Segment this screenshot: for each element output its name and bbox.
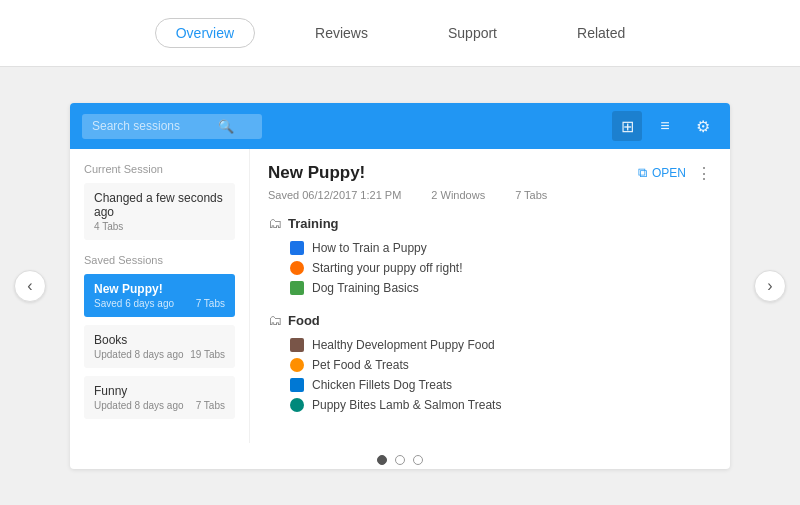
nav-item-reviews[interactable]: Reviews [295,19,388,47]
saved-session-meta-1: Updated 8 days ago 19 Tabs [94,349,225,360]
settings-button[interactable]: ⚙ [688,111,718,141]
tab-favicon [290,338,304,352]
dot-1[interactable] [377,455,387,465]
sidebar: Current Session Changed a few seconds ag… [70,149,250,443]
content-meta: Saved 06/12/2017 1:21 PM 2 Windows 7 Tab… [268,189,712,201]
tab-item[interactable]: Healthy Development Puppy Food [268,335,712,355]
tab-item[interactable]: Starting your puppy off right! [268,258,712,278]
tab-favicon [290,358,304,372]
search-icon: 🔍 [218,119,234,134]
tab-item[interactable]: Dog Training Basics [268,278,712,298]
content-tabs-count: 7 Tabs [515,189,547,201]
dot-2[interactable] [395,455,405,465]
saved-session-title-0: New Puppy! [94,282,225,296]
content-saved-date: Saved 06/12/2017 1:21 PM [268,189,401,201]
folder-icon: 🗂 [268,312,282,328]
chevron-right-icon: › [767,277,772,295]
current-session-meta: 4 Tabs [94,221,225,232]
tab-title: How to Train a Puppy [312,241,427,255]
category-name: Training [288,216,339,231]
nav-item-overview[interactable]: Overview [155,18,255,48]
tab-favicon [290,261,304,275]
tab-title: Healthy Development Puppy Food [312,338,495,352]
saved-session-title-1: Books [94,333,225,347]
open-window-icon: ⧉ [638,165,647,181]
search-box[interactable]: 🔍 [82,114,262,139]
chevron-left-icon: ‹ [27,277,32,295]
saved-session-meta-2: Updated 8 days ago 7 Tabs [94,400,225,411]
content-windows: 2 Windows [431,189,485,201]
tab-favicon [290,398,304,412]
search-input[interactable] [92,119,212,133]
list-icon: ≡ [660,117,669,135]
saved-session-item-0[interactable]: New Puppy! Saved 6 days ago 7 Tabs [84,274,235,317]
tab-title: Starting your puppy off right! [312,261,463,275]
gear-icon: ⚙ [696,117,710,136]
next-arrow-button[interactable]: › [754,270,786,302]
grid-icon: ⊞ [621,117,634,136]
main-area: ‹ 🔍 ⊞ ≡ ⚙ Current Session [0,67,800,505]
category-training: 🗂TrainingHow to Train a PuppyStarting yo… [268,215,712,298]
tab-favicon [290,281,304,295]
content-title: New Puppy! [268,163,365,183]
card-body: Current Session Changed a few seconds ag… [70,149,730,443]
card-header: 🔍 ⊞ ≡ ⚙ [70,103,730,149]
open-button[interactable]: ⧉ OPEN [638,165,686,181]
category-food: 🗂FoodHealthy Development Puppy FoodPet F… [268,312,712,415]
tab-item[interactable]: Chicken Fillets Dog Treats [268,375,712,395]
tab-title: Chicken Fillets Dog Treats [312,378,452,392]
list-view-button[interactable]: ≡ [650,111,680,141]
more-options-button[interactable]: ⋮ [696,164,712,183]
saved-session-title-2: Funny [94,384,225,398]
top-navigation: Overview Reviews Support Related [0,0,800,67]
prev-arrow-button[interactable]: ‹ [14,270,46,302]
tab-item[interactable]: How to Train a Puppy [268,238,712,258]
tab-item[interactable]: Pet Food & Treats [268,355,712,375]
saved-session-item-2[interactable]: Funny Updated 8 days ago 7 Tabs [84,376,235,419]
current-session-item[interactable]: Changed a few seconds ago 4 Tabs [84,183,235,240]
tab-favicon [290,241,304,255]
pagination-dots [70,443,730,469]
dot-3[interactable] [413,455,423,465]
grid-view-button[interactable]: ⊞ [612,111,642,141]
tab-title: Dog Training Basics [312,281,419,295]
open-btn-area: ⧉ OPEN ⋮ [638,164,712,183]
tab-favicon [290,378,304,392]
content-header: New Puppy! ⧉ OPEN ⋮ [268,163,712,183]
sessions-card: 🔍 ⊞ ≡ ⚙ Current Session Changed a few se… [70,103,730,469]
saved-sessions-label: Saved Sessions [84,254,235,266]
folder-icon: 🗂 [268,215,282,231]
nav-item-support[interactable]: Support [428,19,517,47]
category-header: 🗂Food [268,312,712,328]
current-session-label: Current Session [84,163,235,175]
tab-item[interactable]: Puppy Bites Lamb & Salmon Treats [268,395,712,415]
categories-container: 🗂TrainingHow to Train a PuppyStarting yo… [268,215,712,415]
saved-session-item-1[interactable]: Books Updated 8 days ago 19 Tabs [84,325,235,368]
nav-item-related[interactable]: Related [557,19,645,47]
saved-session-meta-0: Saved 6 days ago 7 Tabs [94,298,225,309]
content-area: New Puppy! ⧉ OPEN ⋮ Saved 06/12/2017 1:2… [250,149,730,443]
tab-title: Pet Food & Treats [312,358,409,372]
category-name: Food [288,313,320,328]
current-session-title: Changed a few seconds ago [94,191,225,219]
category-header: 🗂Training [268,215,712,231]
tab-title: Puppy Bites Lamb & Salmon Treats [312,398,501,412]
